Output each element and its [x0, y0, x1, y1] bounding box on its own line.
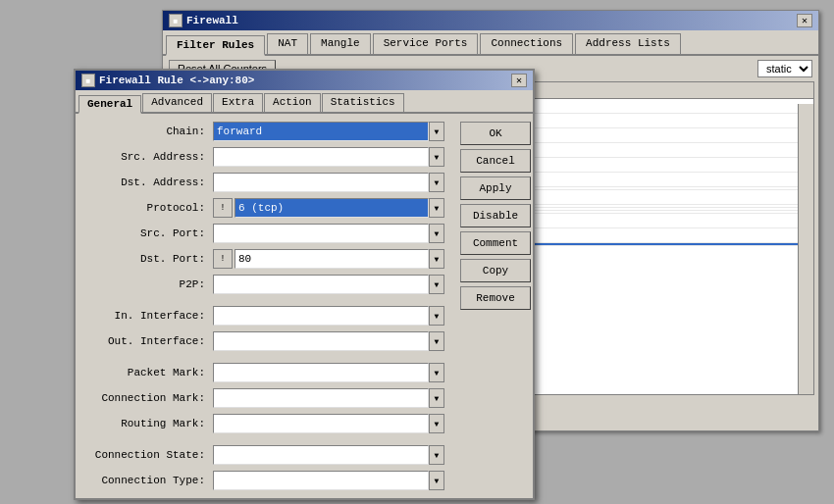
chain-dropdown-arrow[interactable]: ▼	[429, 122, 444, 141]
cancel-button[interactable]: Cancel	[460, 149, 531, 173]
dst-port-dropdown[interactable]: ▼	[429, 249, 444, 269]
dialog-icon: ■	[81, 74, 95, 87]
connection-state-label: Connection State:	[85, 449, 213, 461]
dialog-buttons-panel: OK Cancel Apply Disable Comment Copy Rem…	[454, 114, 533, 490]
src-address-input[interactable]	[213, 147, 429, 167]
packet-mark-row: Packet Mark: ▼	[85, 363, 444, 382]
tab-address-lists[interactable]: Address Lists	[575, 33, 681, 54]
p2p-input[interactable]	[213, 275, 429, 294]
dialog-titlebar: ■ Firewall Rule <->any:80> ✕	[76, 71, 533, 90]
protocol-label: Protocol:	[85, 202, 213, 214]
out-interface-input[interactable]	[213, 331, 429, 351]
tab-nat[interactable]: NAT	[267, 33, 308, 54]
dst-address-input[interactable]	[213, 173, 429, 192]
comment-button[interactable]: Comment	[460, 231, 531, 255]
protocol-negate-btn[interactable]: !	[213, 198, 233, 218]
p2p-row: P2P: ▼	[85, 275, 444, 294]
copy-button[interactable]: Copy	[460, 259, 531, 282]
table-scrollbar[interactable]	[798, 104, 813, 394]
protocol-dropdown[interactable]: ▼	[429, 198, 444, 218]
out-interface-label: Out. Interface:	[85, 335, 213, 347]
dialog-tab-advanced[interactable]: Advanced	[142, 93, 212, 112]
p2p-label: P2P:	[85, 278, 213, 290]
ok-button[interactable]: OK	[460, 122, 531, 145]
dst-address-row: Dst. Address: ▼	[85, 173, 444, 192]
firewall-close-btn[interactable]: ✕	[797, 14, 812, 27]
chain-label: Chain:	[85, 126, 213, 137]
protocol-input[interactable]	[235, 198, 429, 218]
routing-mark-row: Routing Mark: ▼	[85, 414, 444, 433]
connection-type-input[interactable]	[213, 471, 429, 490]
protocol-row: Protocol: ! ▼	[85, 198, 444, 218]
firewall-tab-bar: Filter Rules NAT Mangle Service Ports Co…	[163, 30, 818, 56]
dialog-tab-bar: General Advanced Extra Action Statistics	[76, 90, 533, 114]
packet-mark-dropdown[interactable]: ▼	[429, 363, 444, 382]
apply-button[interactable]: Apply	[460, 176, 531, 200]
firewall-rule-dialog: ■ Firewall Rule <->any:80> ✕ General Adv…	[74, 69, 535, 500]
dst-address-dropdown[interactable]: ▼	[429, 173, 444, 192]
connection-state-dropdown[interactable]: ▼	[429, 445, 444, 465]
src-address-dropdown[interactable]: ▼	[429, 147, 444, 167]
dst-address-label: Dst. Address:	[85, 176, 213, 188]
connection-mark-label: Connection Mark:	[85, 392, 213, 404]
out-interface-dropdown[interactable]: ▼	[429, 331, 444, 351]
remove-button[interactable]: Remove	[460, 286, 531, 310]
dialog-tab-extra[interactable]: Extra	[213, 93, 263, 112]
chain-row: Chain: ▼	[85, 122, 444, 141]
connection-mark-dropdown[interactable]: ▼	[429, 388, 444, 408]
dialog-close-btn[interactable]: ✕	[511, 74, 527, 87]
firewall-titlebar: ■ Firewall ✕	[163, 11, 818, 30]
connection-type-row: Connection Type: ▼	[85, 471, 444, 490]
dialog-tab-action[interactable]: Action	[264, 93, 321, 112]
p2p-dropdown[interactable]: ▼	[429, 275, 444, 294]
routing-mark-dropdown[interactable]: ▼	[429, 414, 444, 433]
routing-mark-label: Routing Mark:	[85, 418, 213, 429]
connection-mark-input[interactable]	[213, 388, 429, 408]
src-port-label: Src. Port:	[85, 227, 213, 239]
src-address-label: Src. Address:	[85, 151, 213, 163]
in-interface-label: In. Interface:	[85, 310, 213, 322]
connection-state-input[interactable]	[213, 445, 429, 465]
src-port-dropdown[interactable]: ▼	[429, 224, 444, 243]
packet-mark-label: Packet Mark:	[85, 367, 213, 378]
filter-select[interactable]: static	[757, 60, 812, 77]
dst-port-row: Dst. Port: ! ▼	[85, 249, 444, 269]
disable-button[interactable]: Disable	[460, 204, 531, 227]
dialog-form: Chain: ▼ Src. Address: ▼ Dst. Address:	[76, 114, 454, 490]
in-interface-dropdown[interactable]: ▼	[429, 306, 444, 326]
in-interface-row: In. Interface: ▼	[85, 306, 444, 326]
firewall-icon: ■	[169, 14, 182, 27]
src-port-input[interactable]	[213, 224, 429, 243]
firewall-title: Firewall	[186, 15, 238, 26]
connection-state-row: Connection State: ▼	[85, 445, 444, 465]
connection-mark-row: Connection Mark: ▼	[85, 388, 444, 408]
src-address-row: Src. Address: ▼	[85, 147, 444, 167]
tab-service-ports[interactable]: Service Ports	[373, 33, 479, 54]
tab-mangle[interactable]: Mangle	[310, 33, 371, 54]
packet-mark-input[interactable]	[213, 363, 429, 382]
dialog-content: Chain: ▼ Src. Address: ▼ Dst. Address:	[76, 114, 533, 490]
dialog-tab-general[interactable]: General	[78, 95, 141, 114]
connection-type-label: Connection Type:	[85, 475, 213, 486]
routing-mark-input[interactable]	[213, 414, 429, 433]
out-interface-row: Out. Interface: ▼	[85, 331, 444, 351]
in-interface-input[interactable]	[213, 306, 429, 326]
dialog-tab-statistics[interactable]: Statistics	[322, 93, 404, 112]
chain-input[interactable]	[213, 122, 429, 141]
dst-port-label: Dst. Port:	[85, 253, 213, 265]
dst-port-negate-btn[interactable]: !	[213, 249, 233, 269]
connection-type-dropdown[interactable]: ▼	[429, 471, 444, 490]
tab-connections[interactable]: Connections	[480, 33, 573, 54]
dialog-title: Firewall Rule <->any:80>	[99, 75, 254, 86]
dst-port-input[interactable]	[235, 249, 429, 269]
tab-filter-rules[interactable]: Filter Rules	[166, 35, 265, 56]
src-port-row: Src. Port: ▼	[85, 224, 444, 243]
